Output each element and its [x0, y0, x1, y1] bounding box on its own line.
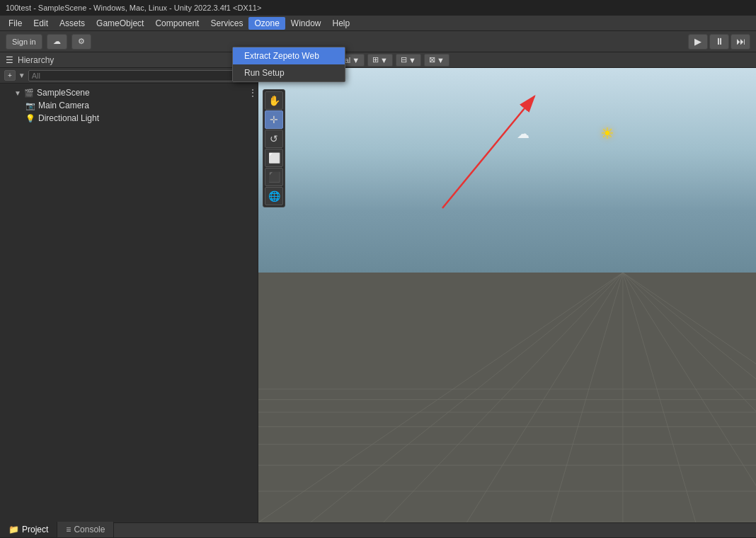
local-dropdown-icon: ▼ — [352, 56, 360, 64]
console-tab-label: Console — [74, 525, 105, 534]
scene-grid — [258, 273, 756, 522]
pause-button[interactable]: ⏸ — [709, 34, 729, 50]
scene-context-menu-icon[interactable]: ⋮ — [248, 87, 258, 98]
svg-line-8 — [258, 273, 623, 522]
gizmo-icon: ⊟ — [401, 55, 407, 64]
svg-line-11 — [466, 273, 623, 522]
menu-window[interactable]: Window — [285, 17, 327, 30]
tree-arrow-icon: ▼ — [14, 89, 21, 97]
cloud-icon: ☁ — [53, 37, 61, 46]
main-camera-label: Main Camera — [38, 101, 89, 110]
hierarchy-header: ☰ Hierarchy — [0, 52, 258, 68]
scene-canvas: ☀ ☁ ✋ ✛ ↺ ⬜ ⬛ 🌐 — [258, 68, 756, 522]
menu-extract-zepeto-web[interactable]: Extract Zepeto Web — [233, 47, 345, 64]
cloud-button[interactable]: ☁ — [47, 34, 67, 50]
tab-project[interactable]: 📁 Project — [0, 522, 57, 537]
menu-ozone[interactable]: Ozone — [248, 17, 285, 30]
menu-run-setup[interactable]: Run Setup — [233, 64, 345, 81]
sun-icon: ☀ — [600, 125, 614, 143]
transform-tool-button[interactable]: 🌐 — [265, 187, 283, 205]
console-tab-icon: ≡ — [66, 525, 71, 534]
ozone-dropdown-menu: Extract Zepeto Web Run Setup — [232, 47, 345, 82]
rotate-tool-button[interactable]: ↺ — [265, 130, 283, 148]
menu-edit[interactable]: Edit — [28, 17, 54, 30]
scale-tool-button[interactable]: ⬜ — [265, 149, 283, 167]
project-tab-label: Project — [22, 525, 48, 534]
hierarchy-search-input[interactable] — [28, 70, 239, 81]
hierarchy-title: Hierarchy — [18, 55, 54, 65]
svg-line-9 — [311, 273, 623, 522]
sign-in-button[interactable]: Sign in — [6, 34, 42, 50]
menu-file[interactable]: File — [3, 17, 28, 30]
grid-icon: ⊞ — [372, 55, 379, 64]
move-tool-button[interactable]: ✛ — [265, 110, 283, 129]
toolbar: Sign in ☁ ⚙ ▶ ⏸ ⏭ — [0, 31, 756, 52]
overlay-button[interactable]: ⊠ ▼ — [424, 54, 449, 67]
menu-bar: File Edit Assets GameObject Component Se… — [0, 16, 756, 31]
settings-button[interactable]: ⚙ — [71, 34, 91, 50]
grid-dropdown-icon: ▼ — [380, 56, 388, 64]
light-icon: 💡 — [25, 114, 35, 123]
menu-services[interactable]: Services — [205, 17, 248, 30]
main-layout: ☰ Hierarchy + ▼ 🔒 ▼ 🎬 SampleScene ⋮ 📷 Ma… — [0, 52, 756, 522]
project-tab-icon: 📁 — [8, 525, 19, 534]
dropdown-arrow-icon: ▼ — [18, 71, 25, 79]
gear-icon: ⚙ — [78, 37, 85, 46]
menu-help[interactable]: Help — [327, 17, 356, 30]
hierarchy-toolbar: + ▼ 🔒 — [0, 68, 258, 84]
scene-view[interactable]: ⊕ Center ▼ 🔄 Local ▼ ⊞ ▼ ⊟ ▼ ⊠ ▼ — [258, 52, 756, 522]
step-button[interactable]: ⏭ — [731, 34, 750, 50]
hierarchy-panel: ☰ Hierarchy + ▼ 🔒 ▼ 🎬 SampleScene ⋮ 📷 Ma… — [0, 52, 258, 522]
hierarchy-content: ▼ 🎬 SampleScene ⋮ 📷 Main Camera 💡 Direct… — [0, 84, 258, 522]
svg-line-14 — [623, 273, 696, 522]
scene-name: SampleScene — [37, 88, 90, 98]
hierarchy-add-button[interactable]: + — [4, 70, 16, 81]
gizmo-button[interactable]: ⊟ ▼ — [396, 54, 421, 67]
rect-tool-button[interactable]: ⬛ — [265, 168, 283, 186]
overlay-icon: ⊠ — [429, 55, 435, 64]
directional-light-label: Directional Light — [38, 113, 99, 123]
svg-line-18 — [623, 273, 756, 522]
scene-sky — [258, 68, 756, 273]
scene-icon: 🎬 — [24, 88, 34, 98]
directional-light-item[interactable]: 💡 Directional Light — [0, 112, 258, 125]
cloud-icon: ☁ — [517, 126, 529, 142]
svg-line-10 — [384, 273, 623, 522]
svg-line-15 — [623, 273, 756, 522]
tab-console[interactable]: ≡ Console — [57, 522, 114, 537]
scene-root-item[interactable]: ▼ 🎬 SampleScene ⋮ — [0, 86, 258, 99]
gizmo-dropdown-icon: ▼ — [408, 56, 416, 64]
menu-gameobject[interactable]: GameObject — [91, 17, 149, 30]
bottom-tabs: 📁 Project ≡ Console — [0, 522, 756, 538]
svg-line-12 — [550, 273, 623, 522]
svg-line-17 — [623, 273, 756, 522]
grid-button[interactable]: ⊞ ▼ — [367, 54, 393, 67]
overlay-dropdown-icon: ▼ — [437, 56, 445, 64]
menu-assets[interactable]: Assets — [54, 17, 91, 30]
title-bar: 100test - SampleScene - Windows, Mac, Li… — [0, 0, 756, 16]
hierarchy-menu-icon: ☰ — [6, 55, 13, 65]
svg-line-16 — [623, 273, 756, 522]
play-button[interactable]: ▶ — [688, 34, 708, 50]
title-text: 100test - SampleScene - Windows, Mac, Li… — [6, 4, 261, 12]
hand-tool-button[interactable]: ✋ — [265, 91, 283, 110]
camera-icon: 📷 — [25, 101, 35, 110]
menu-component[interactable]: Component — [149, 17, 205, 30]
main-camera-item[interactable]: 📷 Main Camera — [0, 99, 258, 112]
scene-tools: ✋ ✛ ↺ ⬜ ⬛ 🌐 — [263, 89, 285, 207]
